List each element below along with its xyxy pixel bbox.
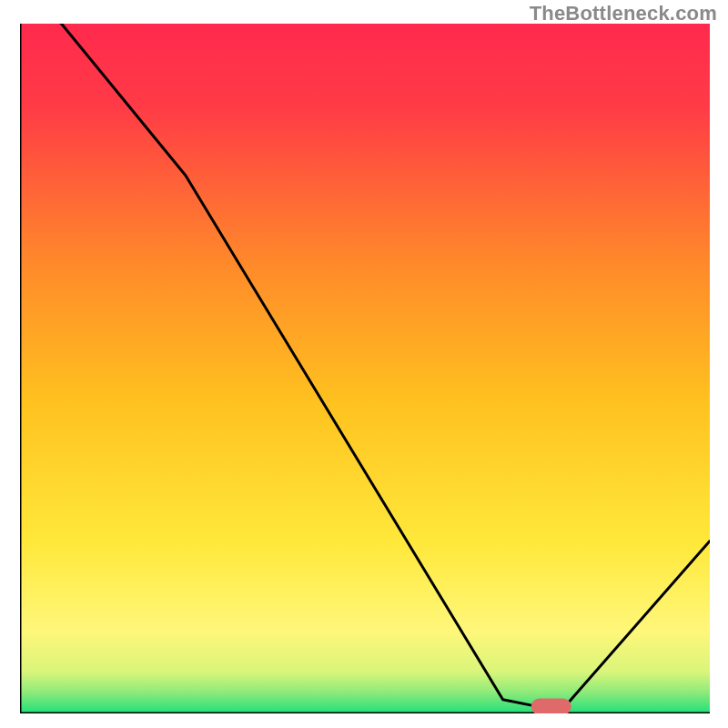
bottleneck-chart [20, 24, 710, 713]
gradient-background [20, 24, 710, 713]
attribution-text: TheBottleneck.com [530, 2, 717, 25]
chart-svg [20, 24, 710, 713]
optimal-marker [531, 698, 571, 713]
